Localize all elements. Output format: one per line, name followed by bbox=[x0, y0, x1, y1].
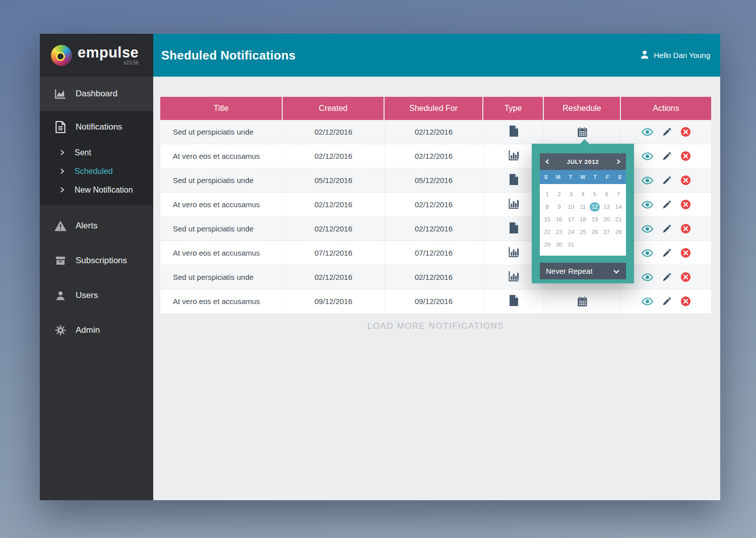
next-month-button[interactable] bbox=[616, 158, 620, 165]
edit-pencil-button[interactable] bbox=[662, 296, 672, 307]
view-button[interactable] bbox=[642, 249, 653, 257]
chart-icon bbox=[508, 270, 520, 284]
calendar-day[interactable]: 27 bbox=[602, 227, 612, 237]
notifications-section: Notifications Sent Scheduled New Notific… bbox=[40, 111, 153, 205]
calendar-day[interactable]: 22 bbox=[542, 227, 552, 237]
delete-button[interactable] bbox=[680, 223, 691, 234]
calendar-day[interactable]: 25 bbox=[578, 227, 588, 237]
edit-pencil-button[interactable] bbox=[662, 248, 672, 258]
chevron-down-icon bbox=[613, 267, 620, 275]
calendar-day[interactable]: 24 bbox=[566, 227, 576, 237]
row-created: 02/12/2016 bbox=[283, 265, 385, 289]
calendar-day[interactable]: 5 bbox=[590, 190, 600, 199]
edit-pencil-button[interactable] bbox=[662, 151, 672, 161]
row-created: 02/12/2016 bbox=[283, 144, 385, 168]
view-button[interactable] bbox=[642, 152, 653, 160]
sidebar-item-sent[interactable]: Sent bbox=[40, 143, 153, 162]
row-created: 05/12/2016 bbox=[283, 168, 385, 193]
calendar-day[interactable]: 30 bbox=[554, 240, 564, 250]
sidebar-item-label: New Notification bbox=[75, 186, 133, 195]
content-area: TitleCreatedSheduled ForTypeResheduleAct… bbox=[153, 77, 720, 500]
calendar-day[interactable]: 16 bbox=[554, 215, 564, 224]
calendar-day-header: S bbox=[540, 174, 552, 180]
calendar-day[interactable]: 11 bbox=[578, 202, 588, 212]
sidebar-item-users[interactable]: Users bbox=[40, 278, 153, 313]
sidebar-item-alerts[interactable]: Alerts bbox=[40, 208, 153, 243]
sidebar-item-new-notification[interactable]: New Notification bbox=[40, 181, 153, 199]
view-button[interactable] bbox=[642, 176, 653, 185]
calendar-day[interactable]: 18 bbox=[578, 215, 588, 224]
delete-button[interactable] bbox=[680, 272, 691, 282]
calendar-day[interactable]: 12 bbox=[590, 202, 600, 212]
row-created: 09/12/2016 bbox=[283, 289, 385, 314]
calendar-day[interactable]: 3 bbox=[566, 190, 576, 199]
calendar-day[interactable]: 7 bbox=[613, 190, 623, 199]
calendar-day[interactable]: 29 bbox=[542, 240, 552, 250]
reschedule-calendar-button[interactable] bbox=[577, 126, 588, 138]
view-button[interactable] bbox=[642, 273, 653, 281]
file-icon bbox=[509, 294, 519, 308]
calendar-day[interactable]: 15 bbox=[542, 215, 552, 224]
chart-icon bbox=[508, 198, 520, 211]
sidebar-item-dashboard[interactable]: Dashboard bbox=[40, 77, 153, 111]
view-button[interactable] bbox=[642, 297, 653, 306]
calendar-day[interactable]: 31 bbox=[566, 240, 576, 250]
edit-pencil-button[interactable] bbox=[662, 272, 672, 282]
user-greeting: Hello Dan Young bbox=[654, 51, 710, 59]
delete-button[interactable] bbox=[680, 151, 691, 161]
reschedule-calendar-button[interactable] bbox=[577, 295, 588, 308]
calendar-day[interactable]: 20 bbox=[602, 215, 612, 224]
delete-button[interactable] bbox=[680, 296, 691, 307]
view-button[interactable] bbox=[642, 225, 653, 233]
file-icon bbox=[509, 125, 519, 139]
calendar-day[interactable]: 9 bbox=[554, 202, 564, 212]
delete-button[interactable] bbox=[680, 199, 691, 210]
chevron-right-icon bbox=[60, 187, 65, 194]
row-actions-cell bbox=[621, 144, 711, 168]
previous-month-button[interactable] bbox=[545, 158, 549, 165]
column-header-title: Title bbox=[160, 97, 283, 120]
view-button[interactable] bbox=[642, 128, 653, 136]
calendar-day[interactable]: 1 bbox=[542, 190, 552, 199]
sidebar-item-scheduled[interactable]: Scheduled bbox=[40, 162, 153, 181]
brand-name: empulse bbox=[78, 45, 139, 60]
edit-pencil-button[interactable] bbox=[662, 175, 672, 186]
app-window: empulse v23.56 Dashboard Notifications bbox=[40, 34, 720, 500]
user-menu[interactable]: Hello Dan Young bbox=[640, 49, 710, 61]
calendar-day-header: W bbox=[577, 174, 589, 180]
calendar-day[interactable]: 21 bbox=[613, 215, 623, 224]
calendar-day[interactable]: 6 bbox=[602, 190, 612, 199]
calendar-day[interactable]: 10 bbox=[566, 202, 576, 212]
calendar-day[interactable]: 4 bbox=[578, 190, 588, 199]
sidebar-item-label: Scheduled bbox=[75, 167, 113, 176]
calendar-day[interactable]: 23 bbox=[554, 227, 564, 237]
edit-pencil-button[interactable] bbox=[662, 224, 672, 234]
calendar-day[interactable]: 19 bbox=[590, 215, 600, 224]
sidebar-item-label: Notifications bbox=[76, 122, 122, 132]
file-icon bbox=[509, 173, 519, 187]
edit-pencil-button[interactable] bbox=[662, 200, 672, 210]
row-type-cell bbox=[483, 120, 544, 144]
sidebar-item-admin[interactable]: Admin bbox=[40, 313, 153, 347]
row-title: Sed ut perspiciatis unde bbox=[160, 217, 283, 241]
calendar-day[interactable]: 26 bbox=[590, 227, 600, 237]
calendar-day[interactable]: 8 bbox=[542, 202, 552, 212]
calendar-day-header: T bbox=[589, 174, 601, 180]
sidebar-item-notifications[interactable]: Notifications bbox=[40, 111, 153, 143]
row-created: 02/12/2016 bbox=[283, 120, 385, 144]
load-more-button[interactable]: LOAD MORE NOTIFICATIONS bbox=[160, 321, 711, 331]
edit-pencil-button[interactable] bbox=[662, 127, 672, 137]
view-button[interactable] bbox=[642, 201, 653, 209]
calendar-day[interactable]: 17 bbox=[566, 215, 576, 224]
delete-button[interactable] bbox=[680, 127, 691, 137]
delete-button[interactable] bbox=[680, 175, 691, 186]
delete-button[interactable] bbox=[680, 248, 691, 258]
repeat-select[interactable]: Never Repeat bbox=[540, 263, 626, 279]
sidebar-item-label: Users bbox=[76, 290, 98, 301]
sidebar-item-subscriptions[interactable]: Subscriptions bbox=[40, 243, 153, 278]
calendar-day[interactable]: 2 bbox=[554, 190, 564, 199]
calendar-day-header: S bbox=[614, 174, 626, 180]
calendar-day[interactable]: 13 bbox=[602, 202, 612, 212]
calendar-day[interactable]: 14 bbox=[613, 202, 623, 212]
calendar-day[interactable]: 28 bbox=[613, 227, 623, 237]
